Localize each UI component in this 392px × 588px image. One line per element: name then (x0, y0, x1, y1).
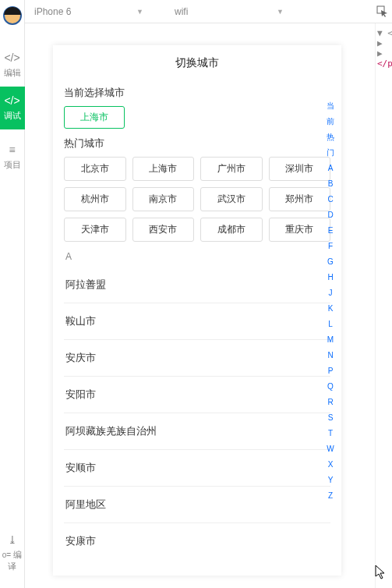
alpha-index-item[interactable]: E (324, 223, 337, 239)
hot-city-item[interactable]: 北京市 (64, 157, 126, 181)
device-select[interactable]: iPhone 6 ▼ (34, 6, 143, 17)
alpha-index-item[interactable]: T (324, 426, 337, 441)
hot-city-item[interactable]: 杭州市 (64, 187, 126, 211)
city-list-item[interactable]: 安阳市 (64, 376, 330, 413)
city-list-item[interactable]: 阿拉善盟 (64, 267, 330, 303)
city-list-item[interactable]: 鞍山市 (64, 303, 330, 339)
hot-city-item[interactable]: 天津市 (64, 218, 126, 242)
simulator: 切换城市 当前选择城市 上海市 热门城市 北京市上海市广州市深圳市杭州市南京市武… (53, 45, 341, 576)
menu-icon: ≡ (0, 143, 25, 156)
hot-city-item[interactable]: 广州市 (200, 157, 263, 181)
alpha-index-item[interactable]: L (324, 317, 337, 332)
alpha-index-item[interactable]: N (324, 348, 337, 363)
sidebar-item-project[interactable]: ≡ 项目 (0, 136, 25, 179)
alpha-index-item[interactable]: M (324, 332, 337, 348)
hot-city-item[interactable]: 武汉市 (200, 187, 263, 211)
hot-city-item[interactable]: 郑州市 (269, 187, 331, 211)
letter-header: A (64, 246, 330, 267)
alpha-index-item[interactable]: K (324, 301, 337, 317)
device-label: iPhone 6 (34, 6, 71, 17)
code-line: ▼ < (376, 28, 392, 38)
network-select[interactable]: wifi ▼ (175, 6, 284, 17)
alpha-index-item[interactable]: H (324, 270, 337, 285)
city-list-item[interactable]: 安顺市 (64, 449, 330, 486)
hot-city-item[interactable]: 成都市 (200, 218, 263, 242)
alpha-index-item[interactable]: J (324, 285, 337, 301)
sidebar-item-editor[interactable]: </> 编辑 (0, 44, 25, 87)
alpha-index-item[interactable]: P (324, 363, 337, 379)
city-list-item[interactable]: 安庆市 (64, 339, 330, 376)
city-list-item[interactable]: 阿坝藏族羌族自治州 (64, 413, 330, 449)
cursor-icon (375, 565, 387, 580)
alpha-index-item[interactable]: 当前 (324, 98, 337, 129)
compile-icon: ⤓ (0, 533, 25, 546)
city-list-item[interactable]: 安康市 (64, 522, 330, 559)
sidebar-item-label: o= (2, 551, 11, 559)
hot-city-item[interactable]: 重庆市 (269, 218, 331, 242)
alpha-index-item[interactable]: F (324, 239, 337, 254)
current-city-chip[interactable]: 上海市 (64, 106, 125, 129)
alpha-index-item[interactable]: G (324, 254, 337, 270)
avatar[interactable] (3, 6, 22, 25)
alpha-index-item[interactable]: C (324, 192, 337, 207)
network-label: wifi (175, 6, 188, 17)
chevron-down-icon: ▼ (277, 8, 284, 16)
alpha-index-item[interactable]: R (324, 395, 337, 410)
code-line: ▶ (376, 48, 392, 58)
page-title: 切换城市 (53, 45, 341, 78)
city-list-item[interactable]: 阿里地区 (64, 486, 330, 522)
hot-city-item[interactable]: 南京市 (132, 187, 195, 211)
sidebar-item-label: 调试 (4, 111, 21, 120)
sidebar-item-label: 项目 (4, 160, 21, 169)
hot-city-item[interactable]: 上海市 (132, 157, 195, 181)
alpha-index-item[interactable]: 热门 (324, 129, 337, 161)
sidebar-item-label: 编辑 (4, 68, 21, 77)
code-panel: ▼ < ▶ ▶ </p (375, 23, 392, 588)
hot-city-item[interactable]: 西安市 (132, 218, 195, 242)
chevron-down-icon: ▼ (136, 8, 143, 16)
current-city-label: 当前选择城市 (64, 86, 330, 100)
hot-city-label: 热门城市 (64, 136, 330, 151)
code-icon: </> (0, 94, 25, 107)
hot-city-item[interactable]: 深圳市 (269, 157, 331, 181)
alpha-index-item[interactable]: Z (324, 488, 337, 504)
code-line: ▶ (376, 38, 392, 48)
inspect-icon[interactable] (376, 5, 389, 18)
sidebar-item-compile[interactable]: ⤓ o= 编译 (0, 526, 25, 580)
code-line: </p (376, 58, 392, 69)
code-icon: </> (0, 51, 25, 64)
alpha-index-item[interactable]: Q (324, 379, 337, 395)
alpha-index-item[interactable]: Y (324, 473, 337, 488)
sidebar-item-debug[interactable]: </> 调试 (0, 87, 25, 129)
alpha-index-item[interactable]: D (324, 207, 337, 223)
alpha-index-item[interactable]: S (324, 410, 337, 426)
alpha-index-item[interactable]: A (324, 161, 337, 176)
alpha-index-item[interactable]: X (324, 457, 337, 473)
alpha-index-item[interactable]: W (324, 441, 337, 457)
alpha-index-item[interactable]: B (324, 176, 337, 192)
